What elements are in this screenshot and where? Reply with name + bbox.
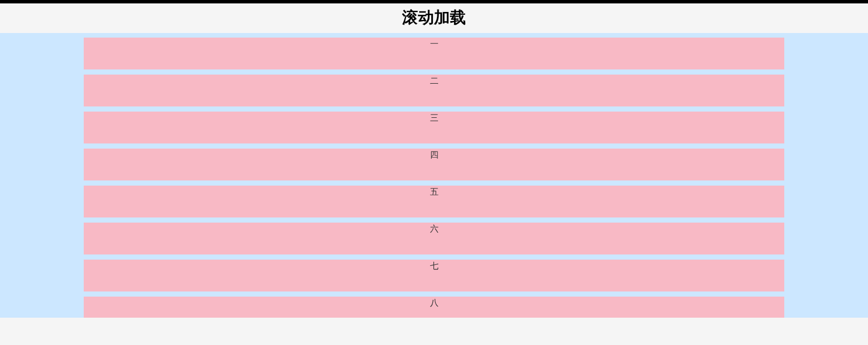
list-item: 七: [84, 260, 784, 291]
page-title: 滚动加载: [0, 7, 868, 28]
list-item: 八: [84, 297, 784, 318]
page-header: 滚动加载: [0, 3, 868, 33]
list-item: 六: [84, 223, 784, 254]
list-item: 四: [84, 149, 784, 180]
list-item-label: 三: [430, 113, 439, 122]
list-item-label: 四: [430, 150, 439, 159]
list-item: 五: [84, 186, 784, 217]
list-item-label: 八: [430, 298, 439, 307]
list-item-label: 六: [430, 224, 439, 233]
list-item-label: 二: [430, 76, 439, 85]
list-item-label: 一: [430, 39, 439, 48]
list-item: 三: [84, 112, 784, 143]
list-item: 一: [84, 38, 784, 69]
scroll-container[interactable]: 一 二 三 四 五 六 七 八: [0, 33, 868, 318]
list-item-label: 七: [430, 261, 439, 270]
list-wrapper: 一 二 三 四 五 六 七 八: [84, 38, 784, 318]
list-item-label: 五: [430, 187, 439, 196]
list-item: 二: [84, 75, 784, 106]
